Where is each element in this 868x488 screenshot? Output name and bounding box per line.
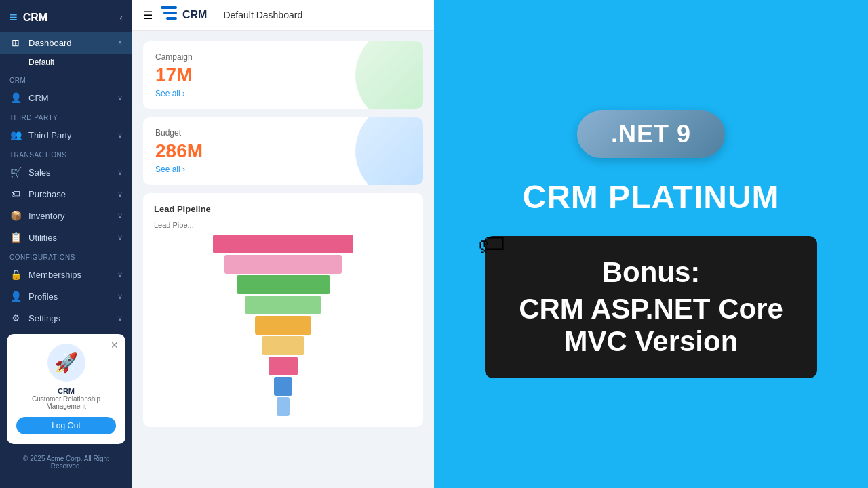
- sidebar-footer: © 2025 Acme Corp. All Right Reserved.: [0, 449, 132, 475]
- funnel-bar: [262, 336, 304, 355]
- logo-icon: [161, 6, 177, 24]
- sidebar-item-label: Sales: [28, 167, 111, 178]
- pipeline-title: Lead Pipeline: [154, 204, 412, 214]
- sidebar: ≡ CRM ‹ ⊞ Dashboard ∧ Default CRM 👤 CRM …: [0, 0, 132, 488]
- chevron-down-icon: ∨: [117, 94, 123, 102]
- sidebar-item-third-party[interactable]: 👥 Third Party ∨: [0, 124, 132, 146]
- logo-area: CRM: [161, 6, 207, 24]
- chevron-down-icon: ∨: [117, 168, 123, 177]
- sales-icon: 🛒: [9, 167, 22, 178]
- third-party-icon: 👥: [9, 129, 22, 140]
- bonus-subtitle2: MVC Version: [519, 325, 783, 358]
- settings-icon: ⚙: [9, 312, 22, 323]
- logo-icon: ≡: [9, 9, 18, 25]
- section-label-transactions: Transactions: [0, 146, 132, 161]
- section-label-crm: CRM: [0, 71, 132, 87]
- funnel-bar: [237, 275, 330, 294]
- sidebar-item-label: Settings: [28, 313, 111, 323]
- chevron-down-icon: ∨: [117, 292, 123, 301]
- bonus-box: 🏷 Bonus: CRM ASP.NET Core MVC Version: [485, 236, 817, 378]
- sidebar-item-label: Dashboard: [28, 38, 111, 48]
- logout-button[interactable]: Log Out: [16, 417, 116, 434]
- sidebar-item-profiles[interactable]: 👤 Profiles ∨: [0, 285, 132, 307]
- dashboard-icon: ⊞: [9, 37, 22, 48]
- profiles-icon: 👤: [9, 291, 22, 302]
- crm-icon: 👤: [9, 92, 22, 103]
- funnel-bar: [277, 397, 289, 416]
- funnel-bar: [245, 296, 320, 314]
- sidebar-item-label: Third Party: [28, 130, 111, 140]
- sidebar-collapse-icon[interactable]: ‹: [119, 12, 123, 23]
- utilities-icon: 📋: [9, 232, 22, 243]
- chevron-down-icon: ∨: [117, 131, 123, 140]
- funnel-chart: [154, 235, 412, 416]
- svg-rect-2: [166, 17, 177, 20]
- pipeline-legend: Lead Pipe...: [154, 221, 412, 229]
- funnel-bar: [269, 357, 298, 375]
- svg-rect-1: [163, 12, 177, 14]
- popup-app-name: CRM: [58, 387, 75, 395]
- memberships-icon: 🔒: [9, 269, 22, 280]
- chevron-down-icon: ∨: [117, 211, 123, 220]
- sidebar-item-utilities[interactable]: 📋 Utilities ∨: [0, 226, 132, 248]
- sidebar-item-sales[interactable]: 🛒 Sales ∨: [0, 161, 132, 183]
- sidebar-item-label: Memberships: [28, 270, 111, 280]
- sidebar-item-label: Profiles: [28, 291, 111, 302]
- sidebar-header: ≡ CRM ‹: [0, 0, 132, 32]
- page-title: Default Dashboard: [223, 9, 302, 20]
- campaign-card: Campaign 17M See all ›: [143, 41, 423, 109]
- funnel-bar: [224, 255, 342, 274]
- main-content: Campaign 17M See all › Budget 286M See a…: [132, 30, 434, 488]
- sidebar-logo-text: CRM: [23, 12, 47, 24]
- svg-rect-0: [161, 6, 177, 9]
- sidebar-item-dashboard[interactable]: ⊞ Dashboard ∧: [0, 32, 132, 54]
- sidebar-item-label: Purchase: [28, 189, 111, 199]
- chevron-down-icon: ∨: [117, 270, 123, 279]
- sidebar-popup: ✕ 🚀 CRM Customer Relationship Management…: [7, 334, 125, 444]
- bonus-subtitle: CRM ASP.NET Core: [519, 293, 783, 325]
- funnel-bar: [255, 316, 311, 335]
- chevron-down-icon: ∨: [117, 314, 123, 323]
- sidebar-item-settings[interactable]: ⚙ Settings ∨: [0, 307, 132, 329]
- budget-card: Budget 286M See all ›: [143, 117, 423, 185]
- chevron-down-icon: ∨: [117, 190, 123, 199]
- inventory-icon: 📦: [9, 210, 22, 221]
- hamburger-icon[interactable]: ☰: [143, 9, 153, 22]
- sidebar-item-inventory[interactable]: 📦 Inventory ∨: [0, 205, 132, 226]
- popup-app-desc: Customer Relationship Management: [32, 395, 100, 410]
- crm-platinum-title: CRM PLATINUM: [522, 178, 779, 216]
- bonus-title: Bonus:: [519, 256, 783, 289]
- avatar: 🚀: [47, 344, 85, 382]
- sidebar-item-label: Inventory: [28, 211, 111, 221]
- sidebar-logo: ≡ CRM: [9, 9, 47, 25]
- sidebar-item-crm[interactable]: 👤 CRM ∨: [0, 87, 132, 108]
- chevron-up-icon: ∧: [117, 39, 123, 47]
- pipeline-section: Lead Pipeline Lead Pipe...: [143, 193, 423, 427]
- funnel-bar: [274, 377, 293, 396]
- sidebar-item-memberships[interactable]: 🔒 Memberships ∨: [0, 264, 132, 285]
- logo-text: CRM: [182, 9, 207, 21]
- sidebar-item-purchase[interactable]: 🏷 Purchase ∨: [0, 183, 132, 205]
- section-label-third-party: Third Party: [0, 108, 132, 124]
- purchase-icon: 🏷: [9, 188, 22, 199]
- sidebar-item-label: Utilities: [28, 232, 111, 243]
- section-label-configurations: Configurations: [0, 248, 132, 264]
- dotnet-badge: .NET 9: [577, 110, 725, 158]
- sidebar-item-label: CRM: [28, 93, 111, 103]
- tag-icon: 🏷: [478, 229, 505, 260]
- funnel-bar: [213, 235, 353, 253]
- close-icon[interactable]: ✕: [111, 340, 119, 350]
- top-bar: ☰ CRM Default Dashboard: [132, 0, 434, 30]
- right-panel: .NET 9 CRM PLATINUM 🏷 Bonus: CRM ASP.NET…: [434, 0, 868, 488]
- chevron-down-icon: ∨: [117, 233, 123, 242]
- sidebar-sub-item-default[interactable]: Default: [0, 54, 132, 71]
